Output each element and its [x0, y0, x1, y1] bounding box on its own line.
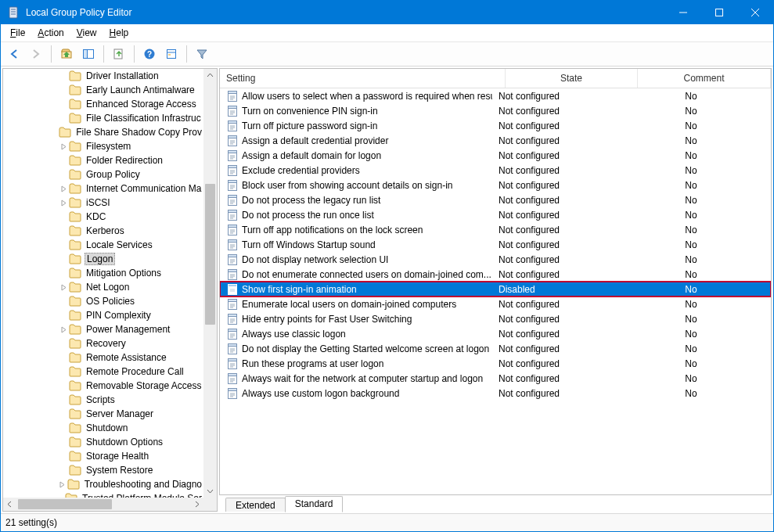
tree-item[interactable]: File Share Shadow Copy Prov [58, 125, 203, 139]
tree-item[interactable]: Scripts [58, 393, 203, 407]
tree-item[interactable]: Removable Storage Access [58, 379, 203, 393]
tree-pane: Driver InstallationEarly Launch Antimalw… [2, 68, 218, 512]
folder-icon [69, 465, 81, 476]
filter-button[interactable] [192, 44, 212, 64]
tree-item[interactable]: Folder Redirection [58, 153, 203, 167]
tree-item[interactable]: System Restore [58, 463, 203, 477]
tree-item[interactable]: iSCSI [58, 196, 203, 210]
tree-item[interactable]: Troubleshooting and Diagno [58, 477, 203, 491]
titlebar[interactable]: Local Group Policy Editor [1, 1, 773, 24]
scroll-thumb-h[interactable] [18, 499, 112, 509]
tree-item[interactable]: Early Launch Antimalware [58, 83, 203, 97]
tree-item[interactable]: PIN Complexity [58, 308, 203, 322]
policy-icon [226, 283, 239, 296]
list-row[interactable]: Show first sign-in animationDisabledNo [220, 282, 771, 297]
list-row[interactable]: Do not process the run once listNot conf… [220, 207, 771, 222]
list-row[interactable]: Do not enumerate connected users on doma… [220, 267, 771, 282]
menu-view[interactable]: View [70, 26, 103, 40]
setting-name: Do not process the run once list [242, 210, 374, 221]
scroll-thumb[interactable] [205, 184, 215, 325]
tree-item[interactable]: Mitigation Options [58, 266, 203, 280]
tree-item[interactable]: Shutdown [58, 421, 203, 435]
column-header-state[interactable]: State [506, 69, 638, 88]
show-hide-tree-button[interactable] [78, 44, 99, 64]
scroll-right-icon[interactable] [190, 498, 203, 511]
maximize-button[interactable] [701, 1, 737, 24]
list-row[interactable]: Turn off Windows Startup soundNot config… [220, 237, 771, 252]
list-row[interactable]: Allow users to select when a password is… [220, 88, 771, 103]
tree-item[interactable]: Shutdown Options [58, 435, 203, 449]
list-row[interactable]: Assign a default domain for logonNot con… [220, 148, 771, 163]
tree-item[interactable]: Logon [58, 252, 203, 266]
chevron-right-icon[interactable] [58, 326, 69, 333]
tree-item[interactable]: KDC [58, 210, 203, 224]
tree-item[interactable]: File Classification Infrastruc [58, 111, 203, 125]
tree-item[interactable]: Group Policy [58, 167, 203, 182]
column-header-setting[interactable]: Setting [220, 69, 506, 88]
tree-item[interactable]: Internet Communication Ma [58, 182, 203, 196]
properties-button[interactable] [161, 44, 182, 64]
export-button[interactable] [109, 44, 129, 64]
tree-item[interactable]: Net Logon [58, 280, 203, 294]
menu-action[interactable]: Action [31, 26, 70, 40]
forward-button[interactable] [26, 44, 46, 64]
tree-item[interactable]: Trusted Platform Module Ser [58, 491, 203, 498]
tree-item[interactable]: OS Policies [58, 294, 203, 308]
scroll-left-icon[interactable] [3, 498, 16, 511]
list-row[interactable]: Hide entry points for Fast User Switchin… [220, 311, 771, 326]
tree-item[interactable]: Kerberos [58, 224, 203, 238]
svg-rect-28 [229, 120, 237, 123]
scroll-up-icon[interactable] [203, 69, 217, 82]
minimize-button[interactable] [665, 1, 701, 24]
tree-item[interactable]: Power Management [58, 322, 203, 336]
tree[interactable]: Driver InstallationEarly Launch Antimalw… [3, 69, 203, 498]
tree-vscrollbar[interactable] [203, 69, 217, 498]
close-button[interactable] [737, 1, 773, 24]
tree-item[interactable]: Driver Installation [58, 69, 203, 83]
scroll-down-icon[interactable] [203, 484, 217, 498]
menu-help[interactable]: Help [103, 26, 135, 40]
svg-rect-68 [229, 239, 237, 242]
list-body[interactable]: Allow users to select when a password is… [220, 88, 771, 494]
column-header-comment[interactable]: Comment [638, 69, 771, 88]
menu-file[interactable]: File [4, 26, 31, 40]
tree-item[interactable]: Filesystem [58, 139, 203, 153]
tree-item[interactable]: Storage Health [58, 449, 203, 463]
chevron-right-icon[interactable] [58, 284, 69, 291]
tree-item[interactable]: Remote Procedure Call [58, 365, 203, 379]
back-button[interactable] [4, 44, 24, 64]
chevron-right-icon[interactable] [58, 143, 69, 150]
tree-item[interactable]: Server Manager [58, 407, 203, 421]
tree-item[interactable]: Remote Assistance [58, 350, 203, 365]
policy-icon [226, 268, 239, 281]
list-row[interactable]: Always wait for the network at computer … [220, 371, 771, 386]
tab-extended[interactable]: Extended [225, 498, 286, 512]
tab-standard[interactable]: Standard [285, 496, 344, 512]
toolbar: ? [1, 42, 773, 66]
list-row[interactable]: Turn on convenience PIN sign-inNot confi… [220, 103, 771, 118]
up-button[interactable] [56, 44, 77, 64]
tree-item-label: Storage Health [85, 451, 150, 462]
list-row[interactable]: Assign a default credential providerNot … [220, 133, 771, 148]
list-row[interactable]: Turn off picture password sign-inNot con… [220, 118, 771, 133]
setting-name: Exclude credential providers [242, 165, 360, 176]
list-row[interactable]: Do not process the legacy run listNot co… [220, 192, 771, 207]
list-row[interactable]: Always use custom logon backgroundNot co… [220, 386, 771, 401]
list-row[interactable]: Block user from showing account details … [220, 178, 771, 192]
list-row[interactable]: Enumerate local users on domain-joined c… [220, 297, 771, 311]
tree-item[interactable]: Locale Services [58, 238, 203, 252]
chevron-right-icon[interactable] [58, 185, 69, 192]
chevron-right-icon[interactable] [58, 481, 67, 488]
chevron-right-icon[interactable] [58, 200, 69, 207]
help-button[interactable]: ? [139, 44, 160, 64]
tree-item[interactable]: Recovery [58, 336, 203, 350]
list-row[interactable]: Do not display network selection UINot c… [220, 252, 771, 267]
list-row[interactable]: Turn off app notifications on the lock s… [220, 222, 771, 237]
tree-item[interactable]: Enhanced Storage Access [58, 97, 203, 111]
tree-item-label: File Share Shadow Copy Prov [74, 127, 203, 138]
list-row[interactable]: Do not display the Getting Started welco… [220, 341, 771, 356]
tree-hscrollbar[interactable] [3, 498, 203, 511]
list-row[interactable]: Exclude credential providersNot configur… [220, 163, 771, 178]
list-row[interactable]: Always use classic logonNot configuredNo [220, 326, 771, 341]
list-row[interactable]: Run these programs at user logonNot conf… [220, 356, 771, 371]
